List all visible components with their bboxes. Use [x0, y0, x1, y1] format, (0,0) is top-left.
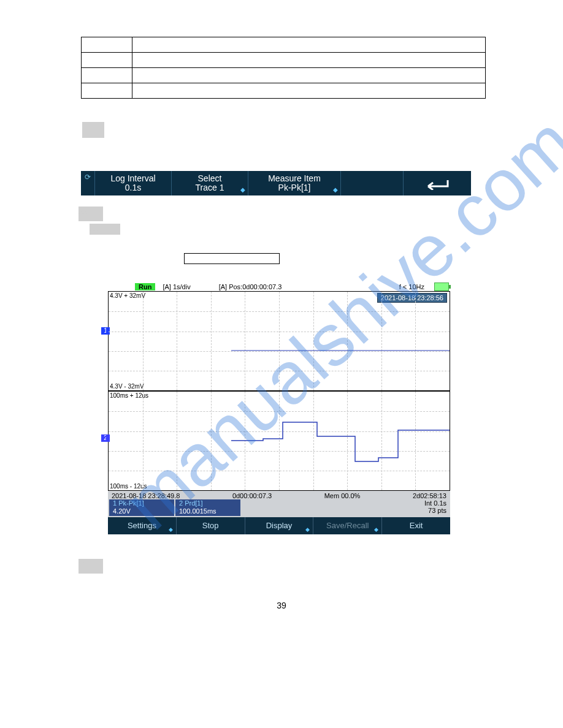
trace-1-line	[109, 292, 450, 390]
arrow-indicator-icon: ◆	[374, 526, 378, 533]
softkey-label: Settings	[128, 521, 156, 530]
arrow-indicator-icon: ◆	[240, 186, 245, 193]
softkey-save-recall[interactable]: Save/Recall ◆	[313, 517, 381, 534]
frequency-readout: f < 10Hz	[399, 283, 424, 290]
body-text-4: xx	[82, 559, 502, 574]
measure-prd: 2 Prd[1] 100.0015ms	[175, 499, 240, 515]
body-text-2b: xx	[82, 224, 502, 235]
menu-label: Select	[198, 174, 222, 183]
softkey-label: Exit	[410, 521, 423, 530]
measure-value: 100.0015ms	[179, 507, 237, 515]
measure-name: 1 Pk-Pk[1]	[113, 499, 170, 507]
table-row	[82, 83, 486, 99]
measure-name: 2 Prd[1]	[179, 499, 237, 507]
softkey-menu-bar: ⟳ Log Interval 0.1s Select Trace 1 ◆ Mea…	[81, 171, 471, 195]
back-arrow-icon	[422, 176, 453, 190]
info-memory: Mem 00.0%	[324, 492, 361, 499]
position-readout: [A] Pos:0d00:00:07.3	[219, 283, 282, 290]
timebase-readout: [A] 1s/div	[163, 283, 190, 290]
menu-label: Log Interval	[110, 174, 155, 183]
menu-back[interactable]	[403, 171, 471, 195]
menu-label: Measure Item	[268, 174, 321, 183]
measure-pkpk: 1 Pk-Pk[1] 4.20V	[109, 499, 174, 515]
outlined-empty-box	[184, 253, 280, 264]
trace-2-line	[109, 392, 450, 490]
redacted-box	[82, 122, 104, 138]
redacted-box: xx	[90, 224, 120, 235]
arrow-indicator-icon: ◆	[305, 526, 310, 533]
menu-spinner-cell: ⟳	[81, 171, 94, 195]
menu-select-trace[interactable]: Select Trace 1 ◆	[171, 171, 248, 195]
table-row	[82, 53, 486, 68]
body-text-3	[82, 253, 502, 264]
scope-status-bar: Run [A] 1s/div [A] Pos:0d00:00:07.3 f < …	[108, 282, 450, 291]
plot-trace-1: 4.3V + 32mV 4.3V - 32mV 2021-08-18 23:28…	[108, 291, 450, 391]
interval-points-info: Int 0.1s 73 pts	[424, 499, 450, 515]
softkey-exit[interactable]: Exit	[381, 517, 450, 534]
arrow-indicator-icon: ◆	[333, 186, 338, 193]
softkey-display[interactable]: Display ◆	[245, 517, 313, 534]
plot-trace-2: 100ms + 12us 100ms - 12us 2	[108, 391, 450, 491]
softkey-label: Stop	[202, 521, 219, 530]
scope-info-row: 2021-08-18 23:28:49.8 0d00:00:07.3 Mem 0…	[108, 491, 450, 499]
scope-measure-row: 1 Pk-Pk[1] 4.20V 2 Prd[1] 100.0015ms Int…	[108, 499, 450, 517]
menu-empty	[340, 171, 403, 195]
scope-softkey-menu: Settings ◆ Stop Display ◆ Save/Recall ◆ …	[108, 517, 450, 534]
softkey-stop[interactable]: Stop	[176, 517, 245, 534]
menu-value: Pk-Pk[1]	[278, 183, 311, 192]
body-text-1	[82, 122, 502, 138]
measure-value: 4.20V	[113, 507, 170, 515]
info-timestamp: 2021-08-18 23:28:49.8	[112, 492, 180, 499]
arrow-indicator-icon: ◆	[169, 526, 173, 533]
info-points: 73 pts	[424, 507, 446, 514]
redacted-box: xx	[79, 559, 103, 574]
body-text-2: xx	[82, 207, 502, 221]
menu-log-interval[interactable]: Log Interval 0.1s	[94, 171, 171, 195]
page-number: 39	[61, 601, 502, 610]
softkey-label: Save/Recall	[326, 521, 369, 530]
redacted-box: xx	[79, 207, 103, 221]
info-interval: Int 0.1s	[424, 499, 446, 507]
specs-table	[81, 37, 486, 99]
menu-value: Trace 1	[196, 183, 224, 192]
info-remaining: 2d02:58:13	[413, 492, 446, 499]
table-row	[82, 68, 486, 83]
menu-measure-item[interactable]: Measure Item Pk-Pk[1] ◆	[248, 171, 340, 195]
spinner-icon: ⟳	[85, 173, 91, 181]
softkey-label: Display	[266, 521, 293, 530]
recorder-screenshot: Run [A] 1s/div [A] Pos:0d00:00:07.3 f < …	[108, 282, 450, 534]
menu-value: 0.1s	[125, 183, 141, 192]
softkey-settings[interactable]: Settings ◆	[108, 517, 176, 534]
battery-icon	[434, 282, 449, 291]
info-elapsed: 0d00:00:07.3	[232, 492, 272, 499]
run-status-badge: Run	[135, 283, 155, 290]
table-row	[82, 37, 486, 53]
